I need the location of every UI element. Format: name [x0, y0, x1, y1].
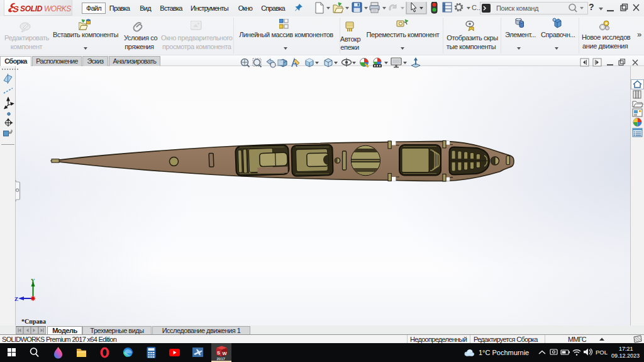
svg-text:POL: POL [596, 349, 608, 356]
svg-text:W: W [223, 351, 228, 356]
svg-text:1°C Pochmurnie: 1°C Pochmurnie [479, 349, 529, 356]
svg-text:S: S [217, 350, 220, 356]
svg-text:Y: Y [31, 278, 35, 284]
svg-text:17:21: 17:21 [619, 346, 633, 352]
svg-text:*Справа: *Справа [21, 318, 46, 325]
svg-text:09.12.2023: 09.12.2023 [611, 353, 640, 359]
svg-text:2017: 2017 [217, 357, 226, 361]
svg-text:Z: Z [14, 296, 18, 302]
